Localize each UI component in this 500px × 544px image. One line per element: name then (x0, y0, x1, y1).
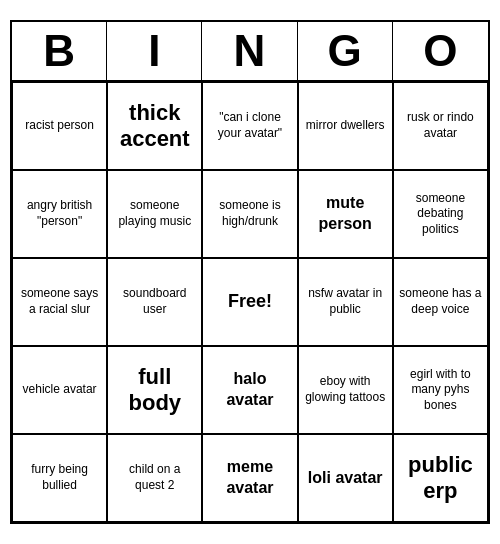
bingo-cell-3[interactable]: mirror dwellers (298, 82, 393, 170)
bingo-cell-2[interactable]: "can i clone your avatar" (202, 82, 297, 170)
bingo-cell-4[interactable]: rusk or rindo avatar (393, 82, 488, 170)
bingo-cell-18[interactable]: eboy with glowing tattoos (298, 346, 393, 434)
bingo-cell-7[interactable]: someone is high/drunk (202, 170, 297, 258)
bingo-cell-5[interactable]: angry british "person" (12, 170, 107, 258)
bingo-cell-19[interactable]: egirl with to many pyhs bones (393, 346, 488, 434)
bingo-cell-14[interactable]: someone has a deep voice (393, 258, 488, 346)
bingo-cell-23[interactable]: loli avatar (298, 434, 393, 522)
bingo-cell-16[interactable]: full body (107, 346, 202, 434)
bingo-cell-13[interactable]: nsfw avatar in public (298, 258, 393, 346)
bingo-cell-22[interactable]: meme avatar (202, 434, 297, 522)
bingo-cell-24[interactable]: public erp (393, 434, 488, 522)
bingo-grid: racist personthick accent"can i clone yo… (12, 82, 488, 522)
bingo-letter-b: B (12, 22, 107, 80)
bingo-letter-o: O (393, 22, 488, 80)
bingo-cell-21[interactable]: child on a quest 2 (107, 434, 202, 522)
bingo-cell-9[interactable]: someone debating politics (393, 170, 488, 258)
bingo-letter-g: G (298, 22, 393, 80)
bingo-letter-i: I (107, 22, 202, 80)
bingo-header: BINGO (12, 22, 488, 82)
bingo-cell-15[interactable]: vehicle avatar (12, 346, 107, 434)
bingo-cell-20[interactable]: furry being bullied (12, 434, 107, 522)
bingo-cell-0[interactable]: racist person (12, 82, 107, 170)
bingo-letter-n: N (202, 22, 297, 80)
bingo-cell-11[interactable]: soundboard user (107, 258, 202, 346)
bingo-cell-12[interactable]: Free! (202, 258, 297, 346)
bingo-cell-10[interactable]: someone says a racial slur (12, 258, 107, 346)
bingo-card: BINGO racist personthick accent"can i cl… (10, 20, 490, 524)
bingo-cell-8[interactable]: mute person (298, 170, 393, 258)
bingo-cell-17[interactable]: halo avatar (202, 346, 297, 434)
bingo-cell-6[interactable]: someone playing music (107, 170, 202, 258)
bingo-cell-1[interactable]: thick accent (107, 82, 202, 170)
